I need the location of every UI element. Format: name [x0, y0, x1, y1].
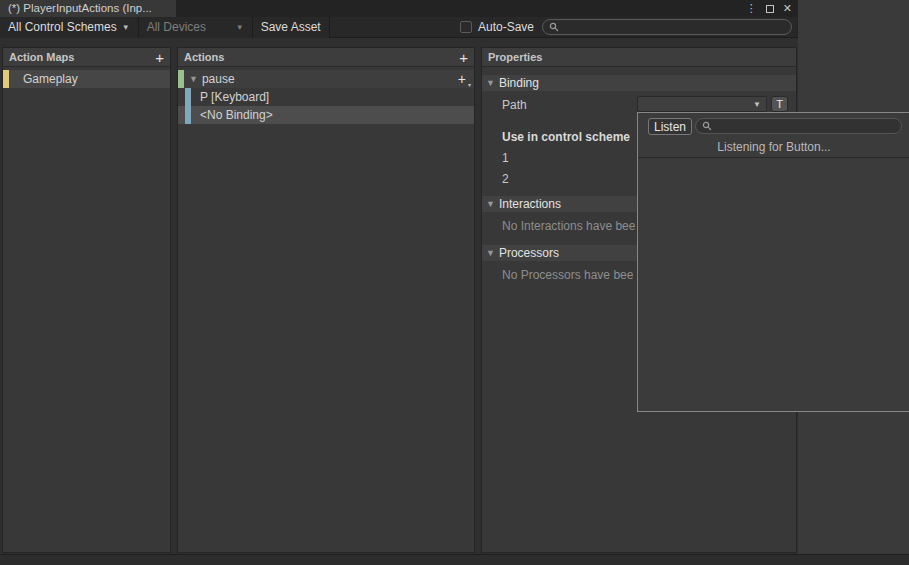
add-action-map-button[interactable]: +: [155, 50, 164, 65]
unity-input-actions-screen: (*) PlayerInputActions (Inp... ⋮ ✕ All C…: [0, 0, 909, 565]
properties-title: Properties: [488, 51, 542, 63]
path-text-mode-button[interactable]: T: [771, 96, 788, 112]
auto-save-label: Auto-Save: [478, 20, 534, 34]
add-action-button[interactable]: +: [459, 50, 468, 65]
binding-section-label: Binding: [499, 76, 539, 90]
properties-header: Properties: [482, 48, 796, 67]
binding-color-bar: [185, 88, 191, 106]
interactions-section-label: Interactions: [499, 197, 561, 211]
toolbar-right-group: Auto-Save: [460, 19, 797, 35]
maximize-icon[interactable]: [766, 5, 774, 13]
popup-search-input[interactable]: [716, 120, 895, 132]
binding-row-p-keyboard[interactable]: P [Keyboard]: [178, 88, 474, 106]
toolbar-separator: [329, 17, 330, 38]
window-bottom-edge: [0, 554, 909, 565]
processors-section-label: Processors: [499, 246, 559, 260]
action-color-bar: [178, 70, 184, 88]
devices-dropdown[interactable]: All Devices ▼: [139, 17, 252, 38]
popup-searchbox[interactable]: [695, 118, 902, 134]
control-schemes-dropdown[interactable]: All Control Schemes ▼: [0, 17, 138, 38]
popup-toolbar: Listen Listening for Button...: [638, 113, 909, 158]
action-map-label: Gameplay: [23, 72, 78, 86]
action-map-color-bar: [3, 70, 9, 88]
interactions-empty-text: No Interactions have bee: [502, 219, 635, 233]
foldout-open-icon: ▼: [486, 199, 495, 209]
plus-icon: +: [458, 71, 466, 87]
chevron-down-icon: ▼: [753, 100, 761, 109]
save-asset-button[interactable]: Save Asset: [253, 17, 329, 38]
binding-row-no-binding[interactable]: <No Binding>: [178, 106, 474, 124]
actions-panel: Actions + ▼ pause + ▾ P [Keyboard]: [177, 47, 475, 553]
binding-label: <No Binding>: [200, 108, 273, 122]
search-icon: [702, 121, 712, 131]
path-dropdown[interactable]: ▼: [637, 96, 767, 112]
chevron-down-icon: ▼: [122, 23, 130, 32]
auto-save-checkbox[interactable]: [460, 21, 472, 33]
control-schemes-label: All Control Schemes: [8, 20, 117, 34]
toolbar-search-input[interactable]: [563, 21, 785, 33]
titlebar: (*) PlayerInputActions (Inp... ⋮ ✕: [0, 0, 797, 17]
binding-color-bar: [185, 106, 191, 124]
binding-path-popup: Listen Listening for Button...: [637, 112, 909, 412]
scheme-item-1[interactable]: 1: [502, 151, 509, 165]
use-in-control-scheme-label: Use in control scheme: [502, 130, 630, 144]
action-maps-header: Action Maps +: [3, 48, 170, 67]
search-icon: [549, 22, 559, 32]
action-maps-panel: Action Maps + Gameplay: [2, 47, 171, 553]
add-binding-button[interactable]: + ▾: [458, 71, 466, 87]
toolbar-searchbox[interactable]: [542, 19, 792, 35]
window-controls: ⋮ ✕: [746, 0, 792, 17]
foldout-open-icon: ▼: [486, 248, 495, 258]
action-maps-title: Action Maps: [9, 51, 74, 63]
actions-title: Actions: [184, 51, 224, 63]
action-label: pause: [202, 72, 235, 86]
chevron-down-icon: ▾: [468, 81, 471, 88]
devices-label: All Devices: [147, 20, 206, 34]
toolbar: All Control Schemes ▼ All Devices ▼ Save…: [0, 17, 797, 38]
window-tab[interactable]: (*) PlayerInputActions (Inp...: [0, 0, 176, 17]
action-map-row-gameplay[interactable]: Gameplay: [3, 70, 170, 88]
listen-button[interactable]: Listen: [648, 118, 692, 135]
popup-results-list[interactable]: [638, 158, 909, 411]
listening-status-text: Listening for Button...: [638, 140, 909, 154]
processors-empty-text: No Processors have bee: [502, 268, 633, 282]
close-icon[interactable]: ✕: [783, 0, 792, 17]
foldout-open-icon: ▼: [486, 78, 495, 88]
actions-header: Actions +: [178, 48, 474, 67]
scheme-item-2[interactable]: 2: [502, 172, 509, 186]
window-title: (*) PlayerInputActions (Inp...: [8, 2, 152, 14]
kebab-menu-icon[interactable]: ⋮: [746, 0, 757, 17]
binding-section-header[interactable]: ▼ Binding: [482, 75, 796, 91]
foldout-open-icon[interactable]: ▼: [189, 74, 198, 84]
path-label: Path: [502, 98, 527, 112]
action-row-pause[interactable]: ▼ pause + ▾: [178, 70, 474, 88]
binding-label: P [Keyboard]: [200, 90, 269, 104]
chevron-down-icon: ▼: [236, 23, 244, 32]
